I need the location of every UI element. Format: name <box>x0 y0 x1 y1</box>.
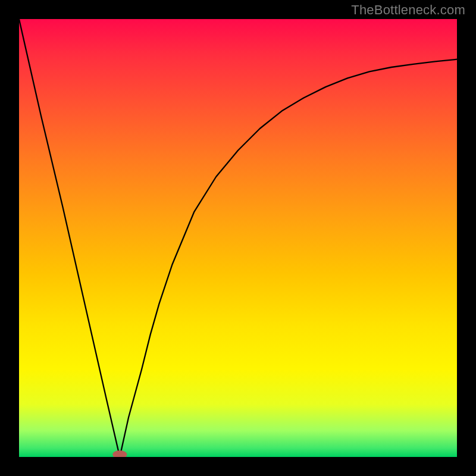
curve-layer <box>19 19 457 457</box>
bottleneck-curve <box>19 19 457 457</box>
optimum-marker <box>112 450 127 457</box>
watermark-text: TheBottleneck.com <box>351 2 465 18</box>
chart-frame: TheBottleneck.com <box>0 0 476 476</box>
plot-area <box>19 19 457 457</box>
